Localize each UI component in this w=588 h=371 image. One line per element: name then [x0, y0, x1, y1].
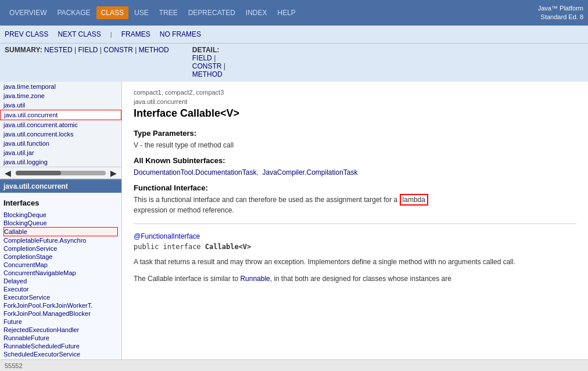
class-rejected-handler[interactable]: RejectedExecutionHandler [3, 326, 118, 334]
detail-constr[interactable]: CONSTR [192, 62, 222, 70]
summary-field[interactable]: FIELD [78, 46, 98, 54]
next-class-link[interactable]: NEXT CLASS [58, 30, 101, 38]
class-forkjoin-managed[interactable]: ForkJoinPool.ManagedBlocker [3, 309, 118, 318]
desc2-after: , in that both are designed for classes … [270, 275, 451, 283]
main-content: compact1, compact2, compact3 java.util.c… [122, 82, 588, 359]
class-callable[interactable]: Callable [3, 227, 118, 236]
class-executor[interactable]: Executor [3, 285, 118, 293]
functional-text-before: This is a functional interface and can t… [134, 196, 400, 204]
class-runnable-future[interactable]: RunnableFuture [3, 334, 118, 342]
summary-constr[interactable]: CONSTR [103, 46, 133, 54]
lambda-highlight: lambda [400, 194, 428, 206]
nav-use[interactable]: USE [130, 6, 153, 19]
annotation: @FunctionalInterface [134, 232, 576, 240]
interfaces-section-title: Interfaces [3, 199, 118, 207]
code-declaration-text: public interface Callable<V> [134, 243, 251, 251]
functional-text: This is a functional interface and can t… [134, 194, 576, 215]
class-forkjoin-worker[interactable]: ForkJoinPool.ForkJoinWorkerT. [3, 301, 118, 309]
runnable-link[interactable]: Runnable [240, 275, 270, 283]
active-package-label: java.util.concurrent [0, 180, 121, 193]
pkg-java-util-concurrent-atomic[interactable]: java.util.concurrent.atomic [0, 120, 121, 129]
known-sub-label: All Known Subinterfaces: [134, 156, 576, 165]
description-1: A task that returns a result and may thr… [134, 257, 576, 268]
class-completion-stage[interactable]: CompletionStage [3, 253, 118, 261]
doc-tool-link[interactable]: DocumentationTool.DocumentationTask [134, 168, 256, 177]
detail-method[interactable]: METHOD [192, 70, 223, 78]
pkg-java-util-logging[interactable]: java.util.logging [0, 157, 121, 167]
platform-info: Java™ Platform Standard Ed. 8 [538, 4, 583, 22]
scroll-right-arrow[interactable]: ▶ [108, 168, 119, 178]
nav-links: OVERVIEW PACKAGE CLASS USE TREE DEPRECAT… [5, 6, 300, 19]
functional-text-after: expression or method reference. [134, 206, 234, 214]
summary-block: SUMMARY: NESTED | FIELD | CONSTR | METHO… [5, 46, 169, 54]
nav-class[interactable]: CLASS [96, 6, 128, 19]
detail-field[interactable]: FIELD [192, 54, 212, 62]
pkg-java-util[interactable]: java.util [0, 100, 121, 110]
class-completion-service[interactable]: CompletionService [3, 244, 118, 253]
scroll-left-arrow[interactable]: ◀ [2, 168, 13, 178]
pkg-java-util-concurrent[interactable]: java.util.concurrent [0, 110, 121, 120]
summary-method[interactable]: METHOD [139, 46, 169, 54]
detail-label: DETAIL: [192, 46, 219, 54]
nav-package[interactable]: PACKAGE [52, 6, 95, 19]
second-navigation: PREV CLASS NEXT CLASS | FRAMES NO FRAMES [0, 26, 588, 43]
pkg-java-time-zone[interactable]: java.time.zone [0, 91, 121, 100]
package-list[interactable]: java.time.temporal java.time.zone java.u… [0, 82, 121, 167]
pkg-java-time-temporal[interactable]: java.time.temporal [0, 82, 121, 91]
nav-tree[interactable]: TREE [155, 6, 182, 19]
type-params-label: Type Parameters: [134, 129, 576, 138]
page-title: Interface Callable<V> [134, 107, 576, 120]
class-delayed[interactable]: Delayed [3, 277, 118, 285]
nav-index[interactable]: INDEX [241, 6, 272, 19]
class-completable-asynchro[interactable]: CompletableFuture.Asynchro [3, 236, 118, 244]
nav-help[interactable]: HELP [273, 6, 300, 19]
pkg-java-util-jar[interactable]: java.util.jar [0, 148, 121, 157]
pkg-java-util-function[interactable]: java.util.function [0, 139, 121, 148]
class-concurrent-navigable-map[interactable]: ConcurrentNavigableMap [3, 269, 118, 277]
known-sub-links: DocumentationTool.DocumentationTask, Jav… [134, 167, 576, 178]
class-scheduled-executor[interactable]: ScheduledExecutorService [3, 350, 118, 358]
frames-link[interactable]: FRAMES [121, 30, 150, 38]
summary-nested[interactable]: NESTED [44, 46, 73, 54]
top-navigation: OVERVIEW PACKAGE CLASS USE TREE DEPRECAT… [0, 0, 588, 26]
detail-block: DETAIL: FIELD | CONSTR | METHOD [192, 46, 225, 78]
class-concurrent-map[interactable]: ConcurrentMap [3, 261, 118, 269]
divider-1 [134, 224, 576, 224]
class-executor-service[interactable]: ExecutorService [3, 293, 118, 301]
status-bar: 55552 [0, 359, 588, 371]
no-frames-link[interactable]: NO FRAMES [160, 30, 201, 38]
class-blocking-queue[interactable]: BlockingQueue [3, 219, 118, 227]
description-2: The Callable interface is similar to Run… [134, 273, 576, 284]
nav-deprecated[interactable]: DEPRECATED [184, 6, 240, 19]
java-compiler-link[interactable]: JavaCompiler.CompilationTask [262, 168, 357, 177]
code-declaration: public interface Callable<V> [134, 243, 576, 251]
functional-label: Functional Interface: [134, 183, 576, 192]
sidebar: java.time.temporal java.time.zone java.u… [0, 82, 122, 359]
nav-separator-1: | [110, 31, 112, 38]
sidebar-scroll-controls: ◀ ▶ [0, 167, 121, 180]
type-params-text: V - the result type of method call [134, 140, 576, 150]
class-blocking-deque[interactable]: BlockingDeque [3, 211, 118, 219]
main-layout: java.time.temporal java.time.zone java.u… [0, 82, 588, 359]
breadcrumb-package: java.util.concurrent [134, 98, 576, 105]
class-runnable-scheduled[interactable]: RunnableScheduledFuture [3, 342, 118, 350]
class-list[interactable]: Interfaces BlockingDeque BlockingQueue C… [0, 193, 121, 359]
desc2-before: The Callable interface is similar to [134, 275, 240, 283]
status-text: 55552 [5, 362, 23, 369]
class-future[interactable]: Future [3, 318, 118, 326]
nav-overview[interactable]: OVERVIEW [5, 6, 51, 19]
breadcrumb-profiles: compact1, compact2, compact3 [134, 89, 576, 96]
summary-label: SUMMARY: [5, 46, 42, 54]
summary-row: SUMMARY: NESTED | FIELD | CONSTR | METHO… [0, 43, 588, 82]
pkg-java-util-concurrent-locks[interactable]: java.util.concurrent.locks [0, 129, 121, 139]
prev-class-link[interactable]: PREV CLASS [5, 30, 48, 38]
